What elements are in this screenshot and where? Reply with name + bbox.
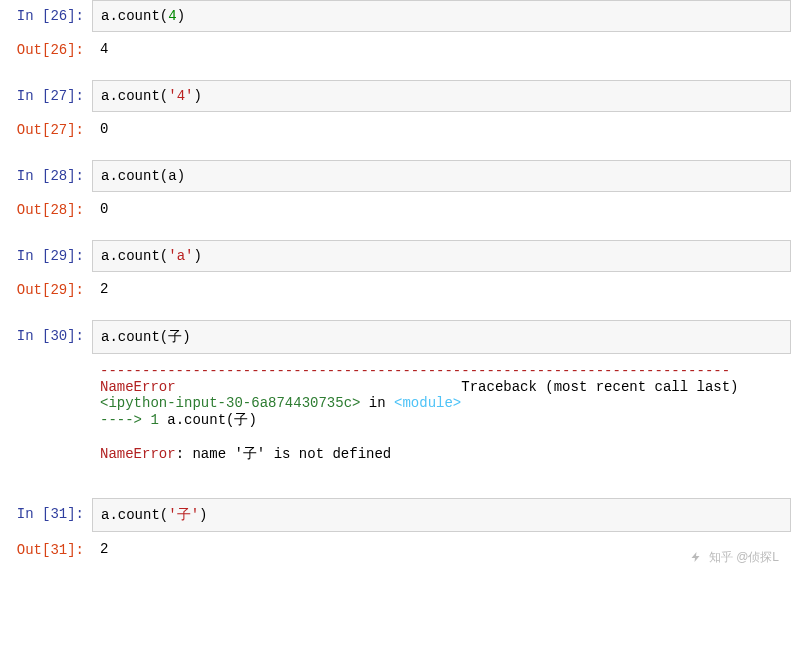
- input-cell: In [30]:a.count(子): [0, 320, 791, 354]
- input-prompt: In [29]:: [0, 240, 92, 264]
- error-cell: ----------------------------------------…: [0, 356, 791, 470]
- output-value: 2: [92, 274, 791, 304]
- watermark-text: 知乎 @侦探L: [709, 550, 779, 564]
- input-prompt: In [28]:: [0, 160, 92, 184]
- input-cell: In [31]:a.count('子'): [0, 498, 791, 532]
- output-cell: Out[26]:4: [0, 34, 791, 64]
- input-cell: In [26]:a.count(4): [0, 0, 791, 32]
- error-traceback: ----------------------------------------…: [92, 356, 791, 470]
- code-input[interactable]: a.count(子): [92, 320, 791, 354]
- input-prompt: In [27]:: [0, 80, 92, 104]
- output-prompt: Out[26]:: [0, 34, 92, 58]
- code-input[interactable]: a.count('4'): [92, 80, 791, 112]
- input-prompt: In [26]:: [0, 0, 92, 24]
- output-value: 0: [92, 194, 791, 224]
- output-prompt: Out[31]:: [0, 534, 92, 558]
- code-input[interactable]: a.count('子'): [92, 498, 791, 532]
- output-prompt: Out[28]:: [0, 194, 92, 218]
- input-cell: In [27]:a.count('4'): [0, 80, 791, 112]
- output-prompt: Out[27]:: [0, 114, 92, 138]
- output-cell: Out[29]:2: [0, 274, 791, 304]
- output-value: 4: [92, 34, 791, 64]
- code-input[interactable]: a.count('a'): [92, 240, 791, 272]
- code-input[interactable]: a.count(4): [92, 0, 791, 32]
- input-cell: In [29]:a.count('a'): [0, 240, 791, 272]
- watermark: 知乎 @侦探L: [690, 549, 779, 566]
- output-cell: Out[28]:0: [0, 194, 791, 224]
- input-prompt: In [30]:: [0, 320, 92, 344]
- input-prompt: In [31]:: [0, 498, 92, 522]
- output-value: 2: [92, 534, 791, 564]
- input-cell: In [28]:a.count(a): [0, 160, 791, 192]
- output-cell: Out[27]:0: [0, 114, 791, 144]
- output-cell: Out[31]:2: [0, 534, 791, 564]
- error-prompt-spacer: [0, 356, 92, 364]
- output-prompt: Out[29]:: [0, 274, 92, 298]
- code-input[interactable]: a.count(a): [92, 160, 791, 192]
- output-value: 0: [92, 114, 791, 144]
